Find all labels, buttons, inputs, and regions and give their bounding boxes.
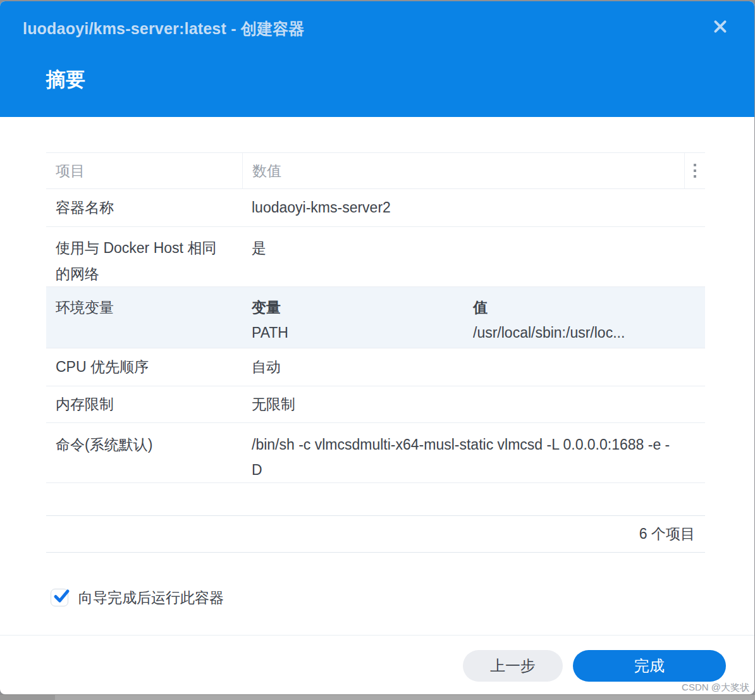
row-label: 内存限制: [46, 386, 242, 422]
column-settings-button[interactable]: [684, 153, 705, 188]
table-row-docker-host-network[interactable]: 使用与 Docker Host 相同的网络 是: [46, 227, 705, 287]
column-header-value: 数值: [242, 153, 684, 188]
dialog-titlebar: luodaoyi/kms-server:latest - 创建容器 摘要: [0, 1, 754, 117]
run-after-wizard-checkbox[interactable]: [51, 589, 68, 606]
table-header-row: 项目 数值: [46, 152, 705, 189]
env-variable-column: 变量 PATH: [242, 287, 463, 348]
row-label: 环境变量: [46, 287, 242, 348]
env-col-value: 值: [473, 295, 705, 320]
row-value: /bin/sh -c vlmcsdmulti-x64-musl-static v…: [242, 423, 705, 482]
table-row-container-name[interactable]: 容器名称 luodaoyi-kms-server2: [46, 189, 705, 227]
table-empty-row: [46, 483, 705, 516]
env-col-variable: 变量: [252, 295, 463, 320]
close-icon: [712, 18, 728, 37]
table-row-memory-limit[interactable]: 内存限制 无限制: [46, 386, 705, 423]
table-row-env-variables[interactable]: 环境变量 变量 PATH 值 /usr/local/sbin:/usr/loc.…: [46, 287, 705, 348]
row-value: 自动: [242, 348, 705, 386]
close-button[interactable]: [710, 18, 730, 38]
row-label: CPU 优先顺序: [46, 348, 242, 386]
dialog-title: luodaoyi/kms-server:latest - 创建容器: [23, 18, 305, 39]
kebab-menu-icon: [694, 164, 696, 166]
row-value: 是: [242, 227, 705, 287]
column-header-item: 项目: [46, 153, 242, 188]
screen-edge: [0, 694, 755, 700]
run-after-wizard-option[interactable]: 向导完成后运行此容器: [51, 588, 224, 607]
step-title: 摘要: [46, 66, 85, 93]
env-value-column: 值 /usr/local/sbin:/usr/loc...: [463, 287, 705, 348]
create-container-dialog: luodaoyi/kms-server:latest - 创建容器 摘要 项目 …: [0, 1, 754, 694]
env-variable-value: /usr/local/sbin:/usr/loc...: [473, 320, 705, 345]
row-label: 容器名称: [46, 189, 242, 226]
watermark: CSDN @大奖状: [682, 682, 749, 694]
summary-table: 项目 数值 容器名称 luodaoyi-kms-server2 使用与 Dock…: [46, 152, 705, 553]
table-row-cpu-priority[interactable]: CPU 优先顺序 自动: [46, 348, 705, 386]
run-after-wizard-label: 向导完成后运行此容器: [78, 588, 224, 608]
finish-button[interactable]: 完成: [573, 650, 726, 682]
env-variable-name: PATH: [252, 320, 463, 345]
back-button[interactable]: 上一步: [463, 650, 563, 682]
table-row-command[interactable]: 命令(系统默认) /bin/sh -c vlmcsdmulti-x64-musl…: [46, 423, 705, 483]
items-count: 6 个项目: [46, 516, 705, 553]
footer-divider: [0, 635, 754, 636]
row-value: luodaoyi-kms-server2: [242, 189, 705, 226]
row-label: 命令(系统默认): [46, 423, 242, 482]
row-value: 无限制: [242, 386, 705, 422]
row-label: 使用与 Docker Host 相同的网络: [46, 227, 242, 287]
